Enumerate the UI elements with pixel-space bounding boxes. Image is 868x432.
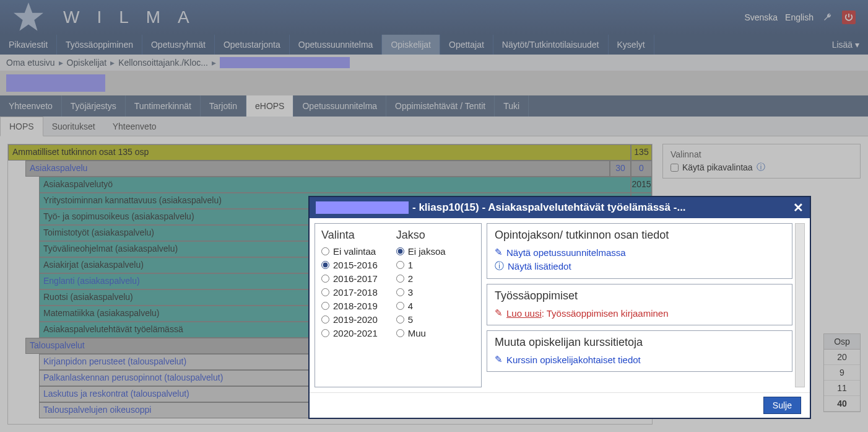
- jakso-opt[interactable]: 3: [396, 287, 446, 298]
- close-icon[interactable]: ✕: [793, 200, 804, 215]
- info-box-workplace: Työssäoppimiset ✎ Luo uusi: Työssäoppimi…: [487, 284, 792, 325]
- info-box-edit: Muuta opiskelijan kurssitietoja ✎ Kurssi…: [487, 330, 792, 372]
- info-box-details: Opintojakson/ tutkinnon osan tiedot ✎ Nä…: [487, 223, 792, 279]
- valinta-radios: Valinta Ei valintaa 2015-2016 2016-2017 …: [321, 229, 378, 382]
- modal-title-text: - kliasp10(15) - Asiakaspalvelutehtävät …: [412, 201, 686, 214]
- jakso-opt[interactable]: 4: [396, 301, 446, 311]
- modal-left: Valinta Ei valintaa 2015-2016 2016-2017 …: [315, 223, 482, 387]
- valinta-opt[interactable]: 2019-2020: [321, 314, 378, 325]
- info-icon: ⓘ: [495, 260, 504, 272]
- link-show-in-curriculum[interactable]: ✎ Näytä opetussuunnitelmassa: [495, 245, 784, 259]
- modal-titlebar: - kliasp10(15) - Asiakaspalvelutehtävät …: [310, 197, 810, 218]
- course-modal: - kliasp10(15) - Asiakaspalvelutehtävät …: [308, 196, 811, 419]
- close-button[interactable]: Sulje: [763, 397, 801, 414]
- pencil-icon: ✎: [495, 307, 503, 319]
- modal-right: Opintojakson/ tutkinnon osan tiedot ✎ Nä…: [487, 223, 805, 387]
- valinta-opt[interactable]: Ei valintaa: [321, 246, 378, 257]
- modal-scrollbar[interactable]: [795, 223, 805, 387]
- jakso-opt[interactable]: 2: [396, 273, 446, 284]
- valinta-opt[interactable]: 2017-2018: [321, 287, 378, 298]
- modal-title-redacted: [316, 201, 409, 214]
- valinta-opt[interactable]: 2020-2021: [321, 328, 378, 338]
- pencil-icon: ✎: [495, 247, 503, 258]
- valinta-opt[interactable]: 2018-2019: [321, 301, 378, 311]
- link-show-details[interactable]: ⓘ Näytä lisätiedot: [495, 259, 784, 273]
- jakso-opt[interactable]: Muu: [396, 328, 446, 338]
- jakso-opt[interactable]: 1: [396, 260, 446, 270]
- selection-panel: Valinta Ei valintaa 2015-2016 2016-2017 …: [315, 223, 482, 387]
- pencil-icon: ✎: [495, 354, 503, 365]
- link-course-student-data[interactable]: ✎ Kurssin opiskelijakohtaiset tiedot: [495, 353, 784, 366]
- modal-footer: Sulje: [310, 392, 810, 418]
- jakso-radios: Jakso Ei jaksoa 1 2 3 4 5 Muu: [396, 229, 446, 382]
- link-create-workplace[interactable]: ✎ Luo uusi: Työssäoppimisen kirjaaminen: [495, 306, 784, 320]
- modal-body: Valinta Ei valintaa 2015-2016 2016-2017 …: [310, 218, 810, 392]
- valinta-opt[interactable]: 2016-2017: [321, 273, 378, 284]
- valinta-opt[interactable]: 2015-2016: [321, 260, 378, 270]
- jakso-opt[interactable]: Ei jaksoa: [396, 246, 446, 257]
- jakso-opt[interactable]: 5: [396, 314, 446, 325]
